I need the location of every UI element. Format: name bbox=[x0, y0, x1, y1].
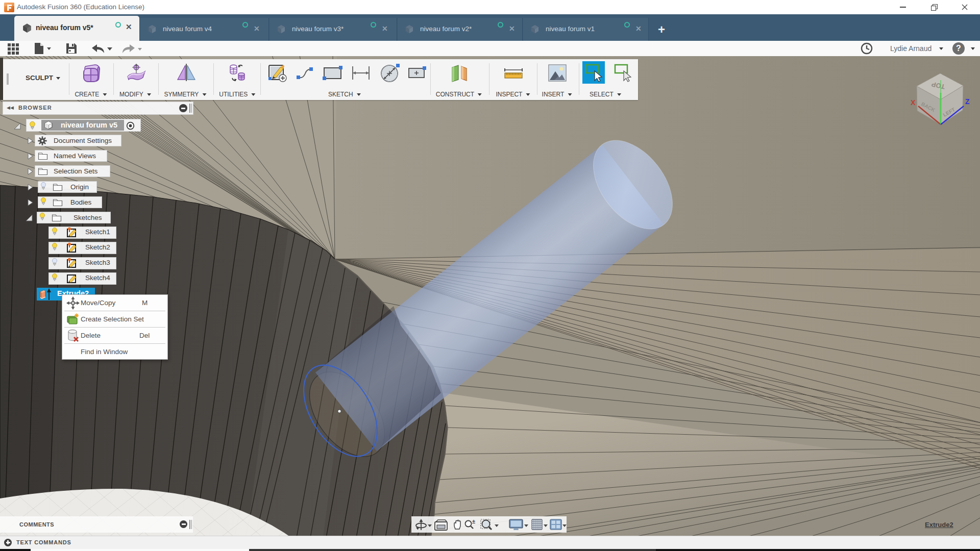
svg-text:X: X bbox=[911, 98, 916, 107]
svg-text:Z: Z bbox=[965, 97, 970, 106]
svg-text:±: ± bbox=[472, 518, 475, 524]
